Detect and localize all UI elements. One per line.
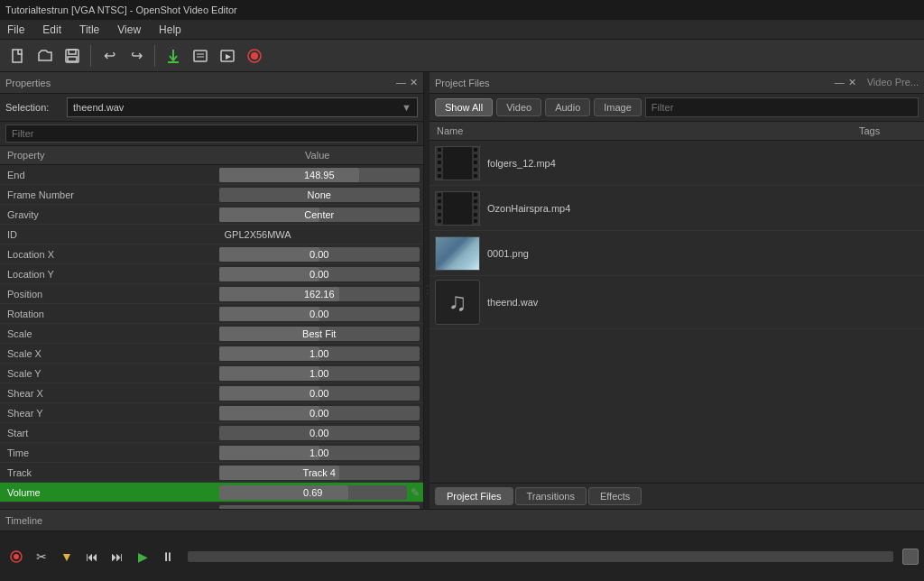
project-minimize-btn[interactable]: — bbox=[835, 77, 845, 88]
prop-slider[interactable]: 1.00 bbox=[219, 446, 420, 460]
timeline-end-marker[interactable] bbox=[902, 549, 919, 565]
new-button[interactable] bbox=[5, 43, 31, 69]
timeline-scrubber[interactable] bbox=[188, 551, 893, 562]
properties-scroll-area[interactable]: End148.95Frame NumberNoneGravityCenterID… bbox=[0, 165, 423, 509]
prop-row[interactable]: Scale Y1.00 bbox=[0, 364, 423, 383]
prop-slider[interactable]: 0.69 bbox=[219, 485, 408, 500]
menu-view[interactable]: View bbox=[114, 22, 144, 38]
prop-slider[interactable]: Best Fit bbox=[219, 327, 420, 341]
prop-row[interactable]: Start0.00 bbox=[0, 423, 423, 443]
export-button[interactable] bbox=[215, 43, 240, 69]
film-hole bbox=[474, 199, 477, 203]
properties-filter-input[interactable] bbox=[5, 124, 418, 143]
prop-row[interactable]: Location X0.00 bbox=[0, 244, 423, 264]
prop-value-text: 162.16 bbox=[225, 289, 415, 300]
project-list-item[interactable]: 0001.png bbox=[430, 231, 924, 276]
prop-row[interactable]: Volume0.69✎ bbox=[0, 483, 423, 503]
prop-row[interactable]: Location Y0.00 bbox=[0, 264, 423, 284]
prop-slider[interactable]: Track 4 bbox=[219, 466, 420, 480]
prop-row[interactable]: GravityCenter bbox=[0, 205, 423, 225]
prop-row[interactable]: ScaleBest Fit bbox=[0, 324, 423, 344]
prop-slider[interactable]: 0.00 bbox=[219, 247, 420, 262]
bottom-tabs: Project Files Transitions Effects bbox=[430, 483, 924, 509]
profile-button[interactable] bbox=[188, 43, 213, 69]
project-filter-input[interactable] bbox=[645, 97, 919, 117]
menu-file[interactable]: File bbox=[4, 22, 28, 38]
properties-close-btn[interactable]: ✕ bbox=[410, 77, 418, 88]
prop-slider[interactable]: 1.00 bbox=[219, 366, 420, 381]
film-hole bbox=[474, 154, 477, 158]
film-hole bbox=[438, 219, 441, 223]
prop-edit-icon[interactable]: ✎ bbox=[411, 486, 420, 499]
properties-minimize-btn[interactable]: — bbox=[396, 77, 406, 88]
menu-help[interactable]: Help bbox=[155, 22, 185, 38]
project-list-item[interactable]: OzonHairspra.mp4 bbox=[430, 186, 924, 231]
tl-record-btn[interactable] bbox=[5, 546, 27, 567]
title-bar: Tutorialtestrun [VGA NTSC] - OpenShot Vi… bbox=[0, 0, 924, 20]
prop-slider[interactable]: 0.00 bbox=[219, 307, 420, 321]
tl-play-btn[interactable]: ▶ bbox=[132, 546, 153, 567]
import-button[interactable] bbox=[161, 43, 186, 69]
prop-value-cell: 0.00 bbox=[216, 424, 424, 442]
film-holes-left bbox=[436, 192, 443, 225]
prop-slider[interactable]: 0.00 bbox=[219, 406, 420, 420]
tl-cut-btn[interactable]: ✂ bbox=[31, 546, 52, 567]
prop-row[interactable]: TrackTrack 4 bbox=[0, 463, 423, 483]
prop-slider[interactable]: Center bbox=[219, 208, 420, 222]
prop-slider[interactable]: 162.16 bbox=[219, 287, 420, 301]
prop-value-text: 1.00 bbox=[225, 447, 415, 458]
tab-show-all[interactable]: Show All bbox=[435, 98, 493, 116]
prop-row[interactable]: End148.95 bbox=[0, 165, 423, 185]
prop-name-label: Position bbox=[0, 287, 216, 301]
prop-row[interactable]: Shear Y0.00 bbox=[0, 403, 423, 423]
prop-slider[interactable]: 0.00 bbox=[219, 386, 420, 401]
prop-row[interactable]: IDGPL2X56MWA bbox=[0, 225, 423, 244]
prop-name-label: Shear X bbox=[0, 386, 216, 401]
prop-slider[interactable]: 0.00 bbox=[219, 426, 420, 440]
menu-edit[interactable]: Edit bbox=[39, 22, 65, 38]
prop-name-label: ID bbox=[0, 227, 216, 242]
prop-row[interactable]: Position162.16 bbox=[0, 284, 423, 304]
prop-row[interactable]: Scale X1.00 bbox=[0, 344, 423, 364]
selection-dropdown[interactable]: theend.wav ▼ bbox=[67, 97, 418, 117]
filter-row bbox=[0, 122, 423, 146]
project-list[interactable]: folgers_12.mp4 OzonHairspra.mp40001.png♫… bbox=[430, 141, 924, 483]
redo-button[interactable]: ↪ bbox=[124, 43, 149, 69]
project-filter-tabs: Show All Video Audio Image bbox=[430, 94, 924, 122]
tab-audio[interactable]: Audio bbox=[545, 98, 590, 116]
tab-transitions[interactable]: Transitions bbox=[515, 487, 587, 505]
undo-button[interactable]: ↩ bbox=[97, 43, 122, 69]
open-button[interactable] bbox=[32, 43, 58, 69]
prop-value-cell: 0.69✎ bbox=[216, 484, 424, 502]
project-close-btn[interactable]: ✕ bbox=[848, 77, 856, 88]
prop-value-cell: None bbox=[216, 186, 424, 204]
prop-row[interactable]: Volume MixingNone bbox=[0, 503, 423, 509]
film-hole bbox=[438, 199, 441, 203]
prop-slider[interactable]: None bbox=[219, 188, 420, 202]
prop-row[interactable]: Time1.00 bbox=[0, 443, 423, 463]
film-hole bbox=[438, 148, 441, 152]
prop-slider[interactable]: 0.00 bbox=[219, 267, 420, 281]
record-button[interactable] bbox=[242, 43, 267, 69]
save-button[interactable] bbox=[60, 43, 85, 69]
prop-row[interactable]: Shear X0.00 bbox=[0, 383, 423, 403]
tab-image[interactable]: Image bbox=[594, 98, 642, 116]
selection-label: Selection: bbox=[5, 102, 60, 113]
tab-video[interactable]: Video bbox=[496, 98, 541, 116]
prop-value-text: Track 4 bbox=[225, 467, 415, 478]
tl-pause-btn[interactable]: ⏸ bbox=[157, 546, 179, 567]
prop-row[interactable]: Rotation0.00 bbox=[0, 304, 423, 324]
tl-next-marker-btn[interactable]: ⏭ bbox=[106, 546, 128, 567]
tab-effects[interactable]: Effects bbox=[588, 487, 642, 505]
tl-prev-marker-btn[interactable]: ⏮ bbox=[81, 546, 103, 567]
tab-project-files[interactable]: Project Files bbox=[435, 487, 513, 505]
project-list-item[interactable]: folgers_12.mp4 bbox=[430, 141, 924, 186]
tl-filter-btn[interactable]: ▼ bbox=[56, 546, 78, 567]
prop-slider[interactable]: 148.95 bbox=[219, 168, 420, 182]
project-list-item[interactable]: ♫theend.wav bbox=[430, 276, 924, 329]
prop-slider[interactable]: 1.00 bbox=[219, 346, 420, 361]
prop-slider[interactable]: None bbox=[219, 505, 420, 510]
prop-row[interactable]: Frame NumberNone bbox=[0, 185, 423, 205]
menu-title[interactable]: Title bbox=[76, 22, 103, 38]
prop-value-cell: 0.00 bbox=[216, 265, 424, 283]
